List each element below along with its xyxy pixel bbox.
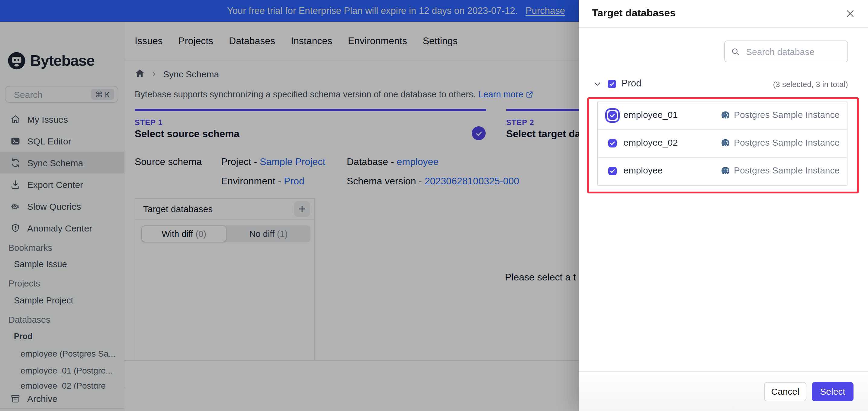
instance-name: Postgres Sample Instance	[734, 137, 840, 147]
target-databases-modal: Target databases Prod (3 selected, 3 i	[579, 0, 868, 411]
database-name: employee	[623, 165, 663, 175]
instance-name: Postgres Sample Instance	[734, 165, 840, 175]
modal-footer: Cancel Select	[579, 371, 868, 411]
prod-group-row: Prod (3 selected, 3 in total)	[579, 75, 868, 93]
database-name: employee_01	[623, 109, 678, 120]
check-icon	[609, 81, 615, 87]
database-row-employee[interactable]: employee Postgres Sample Instance	[598, 158, 847, 185]
cancel-button[interactable]: Cancel	[764, 382, 806, 401]
search-icon	[731, 47, 740, 56]
employee-01-checkbox[interactable]	[608, 111, 617, 120]
search-database-input[interactable]	[745, 46, 841, 57]
prod-group-checkbox[interactable]	[608, 80, 616, 88]
modal-search-box[interactable]	[724, 40, 848, 62]
bytebase-app: Your free trial for Enterprise Plan will…	[0, 0, 868, 411]
database-name: employee_02	[623, 137, 678, 147]
database-list: employee_01 Postgres Sample Instance emp…	[597, 101, 847, 185]
selection-count: (3 selected, 3 in total)	[773, 80, 848, 89]
employee-02-checkbox[interactable]	[608, 139, 617, 147]
select-button[interactable]: Select	[812, 382, 854, 401]
close-icon[interactable]	[845, 8, 855, 19]
modal-title: Target databases	[592, 7, 676, 19]
modal-header: Target databases	[579, 0, 868, 28]
check-icon	[610, 140, 616, 146]
check-icon	[610, 168, 616, 174]
database-row-employee-01[interactable]: employee_01 Postgres Sample Instance	[598, 102, 847, 130]
postgres-icon	[721, 139, 730, 148]
postgres-icon	[721, 111, 730, 120]
chevron-down-icon[interactable]	[593, 80, 601, 88]
instance-name: Postgres Sample Instance	[734, 109, 840, 120]
prod-group-label: Prod	[622, 78, 642, 89]
employee-checkbox[interactable]	[608, 167, 617, 175]
check-icon	[610, 112, 616, 118]
postgres-icon	[721, 166, 730, 176]
database-row-employee-02[interactable]: employee_02 Postgres Sample Instance	[598, 130, 847, 158]
